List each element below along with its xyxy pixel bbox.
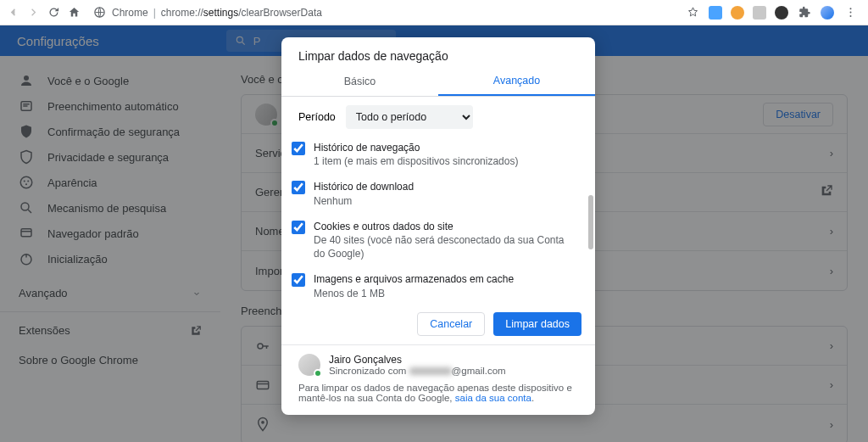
user-name: Jairo Gonçalves — [329, 354, 506, 366]
browser-toolbar: Chrome | chrome://settings/clearBrowserD… — [0, 0, 868, 25]
dialog-actions: Cancelar Limpar dados — [281, 304, 595, 344]
user-sync-info: Sincronizado com @gmail.com — [329, 366, 506, 376]
sign-out-link[interactable]: saia da sua conta — [455, 393, 531, 403]
address-product: Chrome — [112, 7, 148, 19]
profile-avatar-icon[interactable] — [821, 6, 834, 20]
checkbox[interactable] — [292, 273, 305, 287]
item-browsing-history[interactable]: Histórico de navegação1 item (e mais em … — [292, 134, 578, 173]
checkbox[interactable] — [292, 221, 305, 234]
checkbox[interactable] — [292, 142, 305, 155]
home-icon[interactable] — [66, 5, 81, 20]
tab-basic[interactable]: Básico — [281, 66, 438, 96]
time-range-row: Período Todo o período — [281, 97, 595, 134]
time-range-label: Período — [298, 111, 336, 123]
clear-data-button[interactable]: Limpar dados — [493, 312, 581, 336]
puzzle-icon[interactable] — [797, 5, 812, 20]
dialog-title: Limpar dados de navegação — [281, 37, 595, 66]
signed-in-user: Jairo Gonçalves Sincronizado com @gmail.… — [298, 354, 578, 376]
extension-icon[interactable] — [731, 6, 744, 20]
toolbar-right — [685, 5, 863, 20]
forward-icon[interactable] — [25, 5, 41, 20]
address-bar[interactable]: Chrome | chrome://settings/clearBrowserD… — [92, 5, 680, 20]
menu-icon[interactable] — [843, 5, 858, 20]
avatar — [298, 354, 320, 376]
dialog-footer: Jairo Gonçalves Sincronizado com @gmail.… — [281, 344, 595, 415]
extension-icon[interactable] — [753, 6, 766, 20]
tab-advanced[interactable]: Avançado — [438, 66, 595, 96]
back-icon[interactable] — [5, 5, 20, 20]
site-info-icon[interactable] — [92, 5, 107, 20]
extension-icon[interactable] — [709, 6, 722, 20]
item-cache[interactable]: Imagens e arquivos armazenados em cacheM… — [292, 266, 578, 304]
clear-items-list: Histórico de navegação1 item (e mais em … — [281, 134, 595, 304]
svg-point-3 — [849, 15, 851, 17]
scrollbar-thumb[interactable] — [588, 195, 593, 249]
time-range-select[interactable]: Todo o período — [346, 105, 473, 129]
footer-text: Para limpar os dados de navegação apenas… — [298, 383, 578, 403]
item-download-history[interactable]: Histórico de downloadNenhum — [292, 173, 578, 212]
address-url: chrome://settings/clearBrowserData — [161, 7, 322, 19]
clear-browsing-data-dialog: Limpar dados de navegação Básico Avançad… — [281, 37, 595, 415]
cancel-button[interactable]: Cancelar — [417, 312, 485, 336]
dialog-tabs: Básico Avançado — [281, 66, 595, 97]
svg-point-2 — [849, 12, 851, 14]
svg-point-1 — [849, 8, 851, 9]
extension-icon[interactable] — [775, 6, 788, 20]
star-icon[interactable] — [685, 5, 700, 20]
checkbox[interactable] — [292, 181, 305, 194]
item-cookies[interactable]: Cookies e outros dados do siteDe 40 site… — [292, 213, 578, 266]
reload-icon[interactable] — [46, 5, 61, 20]
